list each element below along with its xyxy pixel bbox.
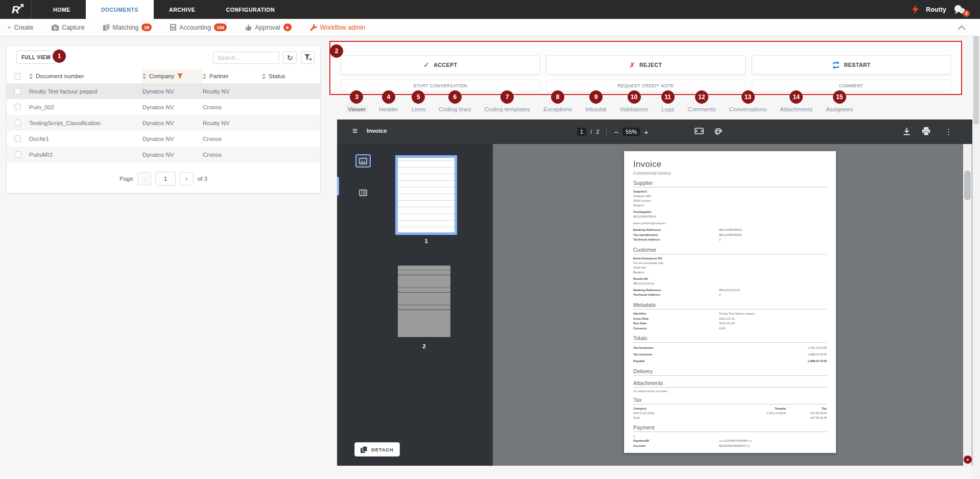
page-1-thumbnail[interactable] bbox=[395, 155, 457, 235]
user-tenant-name[interactable]: Routty bbox=[926, 6, 946, 13]
table-row[interactable]: TestingScript_Classification Dynatos NV … bbox=[7, 115, 320, 131]
rotate-icon bbox=[714, 127, 723, 136]
tab-conversations[interactable]: 13Conversations bbox=[727, 90, 770, 113]
annotation-circle-1: 1 bbox=[53, 50, 66, 63]
column-header-partner[interactable]: Partner bbox=[203, 73, 262, 79]
select-all-checkbox[interactable] bbox=[14, 73, 21, 80]
tab-lines[interactable]: 5Lines bbox=[409, 90, 428, 113]
row-checkbox[interactable] bbox=[14, 88, 21, 94]
app-logo[interactable]: R bbox=[0, 0, 32, 19]
sort-icon[interactable] bbox=[203, 74, 206, 79]
nav-tab-archive[interactable]: ARCHIVE bbox=[154, 0, 210, 19]
prev-page-button[interactable]: ‹ bbox=[137, 172, 151, 185]
accounting-label: Accounting bbox=[179, 24, 211, 31]
print-button[interactable] bbox=[922, 127, 930, 135]
tab-comments[interactable]: 12Comments bbox=[685, 90, 719, 113]
download-button[interactable] bbox=[903, 127, 911, 135]
detach-button[interactable]: DETACH bbox=[354, 442, 400, 457]
sort-icon[interactable] bbox=[29, 74, 33, 79]
page-scrollbar-thumb[interactable] bbox=[973, 30, 979, 125]
annotation-circle-11: 11 bbox=[661, 90, 675, 104]
reject-button[interactable]: ✗ REJECT bbox=[546, 55, 745, 75]
row-checkbox[interactable] bbox=[14, 135, 21, 142]
tab-intrastat[interactable]: 9Intrastat bbox=[583, 90, 609, 113]
refresh-icon: ↻ bbox=[287, 54, 293, 62]
page-label: Page bbox=[119, 176, 133, 182]
tab-coding-templates[interactable]: 7Coding templates bbox=[482, 90, 533, 113]
customer-heading: Customer bbox=[633, 247, 827, 254]
nav-tab-documents[interactable]: DOCUMENTS bbox=[86, 0, 154, 19]
annotation-circle-6: 6 bbox=[448, 90, 462, 104]
page-2-thumbnail[interactable] bbox=[398, 266, 450, 337]
zoom-out-button[interactable]: − bbox=[614, 128, 618, 136]
viewer-scrollbar-thumb[interactable] bbox=[964, 171, 971, 200]
tab-attachments[interactable]: 14Attachments bbox=[777, 90, 815, 113]
workflow-actions-box: ✓ ACCEPT ✗ REJECT RESTART START CONVERSA… bbox=[329, 41, 962, 95]
search-input[interactable] bbox=[213, 52, 279, 64]
invoice-page[interactable]: Invoice Commercial invoice Supplier Supp… bbox=[624, 151, 836, 453]
full-view-button[interactable]: FULL VIEW bbox=[16, 51, 56, 64]
scroll-down-indicator[interactable]: ▾ bbox=[964, 456, 972, 464]
menu-hamburger-icon[interactable]: ≡ bbox=[352, 126, 357, 136]
tab-validations[interactable]: 10Validations bbox=[617, 90, 651, 113]
table-row[interactable]: Routty Test factuur peppol Dynatos NV Ro… bbox=[7, 83, 320, 99]
tab-exceptions[interactable]: 8Exceptions bbox=[541, 90, 575, 113]
nav-right: Routty 2 bbox=[912, 0, 980, 19]
table-row[interactable]: PuInAR2 Dynatos NV Cronos bbox=[7, 147, 320, 162]
accounting-button[interactable]: Accounting 156 bbox=[170, 23, 227, 31]
nav-tab-configuration[interactable]: CONFIGURATION bbox=[210, 0, 290, 19]
chevron-down-icon: ▾ bbox=[967, 458, 969, 462]
sort-icon[interactable] bbox=[142, 74, 146, 79]
annotation-circle-13: 13 bbox=[742, 90, 755, 104]
chat-button[interactable]: 2 bbox=[953, 5, 967, 15]
restart-loop-icon bbox=[832, 61, 840, 69]
next-page-button[interactable]: › bbox=[180, 172, 194, 185]
active-filter-funnel-icon[interactable] bbox=[177, 74, 183, 79]
outline-panel-button[interactable] bbox=[355, 186, 371, 199]
wrench-icon bbox=[310, 24, 317, 31]
capture-button[interactable]: Capture bbox=[52, 24, 84, 31]
annotation-circle-8: 8 bbox=[551, 90, 564, 104]
tab-assignees[interactable]: 15Assignees bbox=[823, 90, 855, 113]
current-page-box[interactable]: 1 bbox=[577, 128, 586, 136]
annotation-circle-3: 3 bbox=[350, 90, 363, 104]
nav-tab-home[interactable]: HOME bbox=[38, 0, 86, 19]
column-header-status[interactable]: Status bbox=[262, 73, 320, 79]
sort-icon[interactable] bbox=[262, 74, 266, 79]
tab-header[interactable]: 4Header bbox=[376, 90, 401, 113]
annotation-circle-15: 15 bbox=[833, 90, 846, 104]
column-header-company[interactable]: Company bbox=[142, 69, 203, 83]
rotate-button[interactable] bbox=[714, 127, 723, 136]
tab-logs[interactable]: 11Logs bbox=[659, 90, 677, 113]
matching-button[interactable]: Matching 29 bbox=[103, 23, 152, 31]
fit-width-icon bbox=[695, 127, 704, 135]
row-checkbox[interactable] bbox=[14, 151, 21, 158]
row-checkbox[interactable] bbox=[14, 119, 21, 126]
workflow-admin-button[interactable]: Workflow admin bbox=[310, 24, 366, 31]
thumbnail-1-label: 1 bbox=[395, 238, 457, 244]
clear-filter-button[interactable] bbox=[301, 51, 315, 64]
page-scrollbar[interactable] bbox=[972, 19, 980, 479]
row-checkbox[interactable] bbox=[14, 104, 21, 110]
table-row[interactable]: DocNr1 Dynatos NV Cronos bbox=[7, 131, 320, 147]
approval-button[interactable]: Approval 9 bbox=[245, 23, 291, 31]
collapse-toolbar-chevron-up-icon[interactable] bbox=[958, 23, 966, 32]
accept-button[interactable]: ✓ ACCEPT bbox=[341, 55, 540, 75]
tab-viewer[interactable]: 3Viewer bbox=[345, 90, 368, 113]
document-detail-tabs: 3Viewer 4Header 5Lines 6Coding lines 7Co… bbox=[345, 90, 855, 113]
more-options-button[interactable]: ⋮ bbox=[945, 127, 952, 136]
thumbnails-panel-button[interactable] bbox=[355, 154, 371, 167]
create-button[interactable]: + Create bbox=[7, 23, 33, 31]
tab-coding-lines[interactable]: 6Coding lines bbox=[436, 90, 473, 113]
table-row[interactable]: PuIn_002 Dynatos NV Cronos bbox=[7, 99, 320, 115]
viewer-scrollbar[interactable] bbox=[963, 144, 972, 466]
column-header-document-number[interactable]: Document number bbox=[29, 73, 142, 79]
fit-to-width-button[interactable] bbox=[695, 127, 704, 135]
annotation-circle-5: 5 bbox=[412, 90, 425, 104]
zoom-level-box[interactable]: 55% bbox=[623, 128, 640, 136]
page-number-input[interactable] bbox=[155, 172, 176, 186]
refresh-button[interactable]: ↻ bbox=[283, 51, 297, 64]
restart-button[interactable]: RESTART bbox=[752, 55, 951, 75]
zoom-in-button[interactable]: + bbox=[644, 128, 649, 136]
main-menu: HOME DOCUMENTS ARCHIVE CONFIGURATION bbox=[38, 0, 290, 19]
